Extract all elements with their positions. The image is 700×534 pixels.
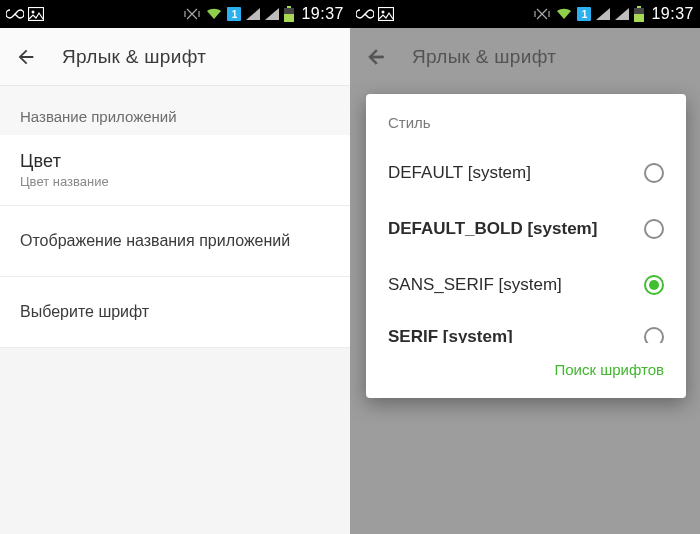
status-bar: 1 19:37 [0, 0, 350, 28]
radio-icon [644, 327, 664, 343]
font-option-serif[interactable]: SERIF [system] [366, 313, 686, 343]
svg-point-6 [382, 11, 385, 14]
wifi-icon [206, 8, 222, 20]
section-header: Название приложений [0, 86, 350, 135]
page-title: Ярлык & шрифт [62, 46, 206, 68]
page-title: Ярлык & шрифт [412, 46, 556, 68]
radio-icon [644, 163, 664, 183]
radio-selected-icon [644, 275, 664, 295]
svg-rect-4 [284, 14, 294, 22]
option-label: DEFAULT_BOLD [system] [388, 219, 644, 239]
radio-icon [644, 219, 664, 239]
picture-icon [378, 7, 394, 21]
clock: 19:37 [301, 5, 344, 23]
svg-rect-2 [287, 6, 291, 8]
row-color-title: Цвет [20, 151, 330, 172]
sim-badge: 1 [577, 7, 591, 21]
row-pick-font[interactable]: Выберите шрифт [0, 277, 350, 348]
battery-icon [284, 6, 294, 22]
signal2-icon [265, 8, 279, 20]
svg-rect-9 [634, 14, 644, 22]
phone-right: 1 19:37 Ярлык & шрифт Стиль [350, 0, 700, 534]
option-label: SERIF [system] [388, 327, 644, 343]
font-option-default[interactable]: DEFAULT [system] [366, 145, 686, 201]
option-label: SANS_SERIF [system] [388, 275, 644, 295]
signal-icon [596, 8, 610, 20]
clock: 19:37 [651, 5, 694, 23]
vibrate-icon [183, 7, 201, 21]
infinity-icon [356, 9, 374, 19]
svg-rect-7 [637, 6, 641, 8]
settings-body: Название приложений Цвет Цвет название О… [0, 86, 350, 534]
option-label: DEFAULT [system] [388, 163, 644, 183]
back-button[interactable] [364, 45, 388, 69]
dialog-title: Стиль [366, 94, 686, 145]
back-button[interactable] [14, 45, 38, 69]
battery-icon [634, 6, 644, 22]
row-display-names[interactable]: Отображение названия приложений [0, 206, 350, 277]
svg-point-1 [32, 11, 35, 14]
picture-icon [28, 7, 44, 21]
phone-left: 1 19:37 Ярлык & шрифт Название приложени… [0, 0, 350, 534]
app-bar: Ярлык & шрифт [0, 28, 350, 86]
app-bar: Ярлык & шрифт [350, 28, 700, 86]
font-option-sans-serif[interactable]: SANS_SERIF [system] [366, 257, 686, 313]
vibrate-icon [533, 7, 551, 21]
font-style-dialog: Стиль DEFAULT [system] DEFAULT_BOLD [sys… [366, 94, 686, 398]
row-color[interactable]: Цвет Цвет название [0, 135, 350, 206]
infinity-icon [6, 9, 24, 19]
wifi-icon [556, 8, 572, 20]
search-fonts-button[interactable]: Поиск шрифтов [366, 343, 686, 390]
font-option-default-bold[interactable]: DEFAULT_BOLD [system] [366, 201, 686, 257]
sim-badge: 1 [227, 7, 241, 21]
row-color-sub: Цвет название [20, 174, 330, 189]
signal2-icon [615, 8, 629, 20]
status-bar: 1 19:37 [350, 0, 700, 28]
signal-icon [246, 8, 260, 20]
